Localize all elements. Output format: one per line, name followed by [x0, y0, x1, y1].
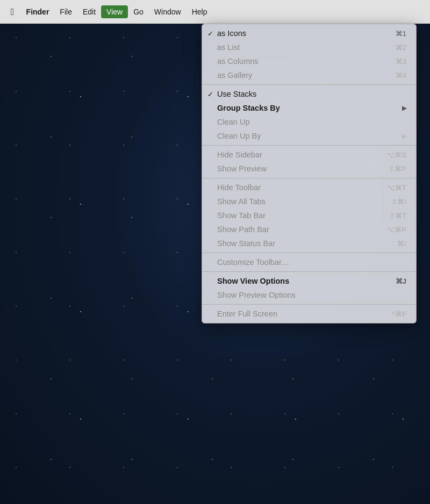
group-stacks-label: Group Stacks By	[217, 104, 280, 112]
show-tab-bar-label: Show Tab Bar	[217, 211, 266, 220]
hide-sidebar-label: Hide Sidebar	[217, 150, 262, 159]
menu-item-customize-toolbar[interactable]: Customize Toolbar…	[202, 255, 416, 269]
menu-item-group-stacks[interactable]: Group Stacks By ▶	[202, 101, 416, 115]
menubar-go[interactable]: Go	[128, 5, 149, 18]
separator-4	[202, 253, 416, 253]
submenu-arrow-icon: ▶	[402, 105, 406, 112]
show-status-bar-label: Show Status Bar	[217, 239, 275, 248]
show-path-bar-shortcut: ⌥⌘P	[386, 226, 406, 234]
clean-up-by-label: Clean Up By	[217, 132, 261, 140]
view-dropdown-menu: ✓ as Icons ⌘1 as List ⌘2 as Columns ⌘3 a…	[202, 24, 417, 323]
show-all-tabs-label: Show All Tabs	[217, 197, 266, 206]
menu-item-show-preview-options[interactable]: Show Preview Options	[202, 288, 416, 302]
apple-menu[interactable]: 	[4, 4, 21, 20]
menubar-help[interactable]: Help	[187, 5, 213, 18]
use-stacks-label: Use Stacks	[217, 90, 256, 98]
menubar-file[interactable]: File	[54, 5, 77, 18]
enter-full-screen-label: Enter Full Screen	[217, 309, 277, 318]
separator-5	[202, 271, 416, 272]
menu-item-show-view-options[interactable]: Show View Options ⌘J	[202, 274, 416, 288]
show-path-bar-label: Show Path Bar	[217, 225, 269, 234]
as-list-shortcut: ⌘2	[396, 44, 406, 52]
menubar:  Finder File Edit View Go Window Help	[0, 0, 430, 24]
menu-item-show-status-bar[interactable]: Show Status Bar ⌘/	[202, 236, 416, 250]
hide-toolbar-label: Hide Toolbar	[217, 183, 261, 192]
as-gallery-label: as Gallery	[217, 71, 252, 80]
hide-sidebar-shortcut: ⌥⌘S	[386, 151, 406, 159]
menu-item-use-stacks[interactable]: ✓ Use Stacks	[202, 87, 416, 101]
show-view-options-label: Show View Options	[217, 277, 289, 285]
menu-item-clean-up[interactable]: Clean Up	[202, 115, 416, 129]
clean-up-label: Clean Up	[217, 118, 249, 126]
separator-3	[202, 178, 416, 178]
menu-item-as-list[interactable]: as List ⌘2	[202, 40, 416, 54]
show-all-tabs-shortcut: ⇧⌘\	[391, 198, 406, 206]
menu-item-as-columns[interactable]: as Columns ⌘3	[202, 54, 416, 68]
clean-up-by-arrow-icon: ▶	[402, 133, 406, 140]
menubar-finder[interactable]: Finder	[21, 5, 55, 18]
menubar-edit[interactable]: Edit	[77, 5, 101, 18]
menu-item-show-preview[interactable]: Show Preview ⇧⌘P	[202, 162, 416, 176]
show-tab-bar-shortcut: ⇧⌘T	[389, 212, 406, 220]
as-icons-shortcut: ⌘1	[396, 30, 406, 38]
show-view-options-shortcut: ⌘J	[396, 277, 406, 285]
enter-full-screen-shortcut: ^⌘F	[392, 310, 406, 318]
check-icon: ✓	[207, 30, 213, 38]
as-gallery-shortcut: ⌘4	[396, 71, 406, 80]
as-list-label: as List	[217, 43, 240, 52]
show-status-bar-shortcut: ⌘/	[397, 240, 406, 248]
as-icons-label: as Icons	[217, 29, 246, 38]
menu-item-enter-full-screen[interactable]: Enter Full Screen ^⌘F	[202, 307, 416, 321]
separator-2	[202, 145, 416, 146]
as-columns-shortcut: ⌘3	[396, 57, 406, 66]
show-preview-options-label: Show Preview Options	[217, 291, 296, 299]
menu-item-as-gallery[interactable]: as Gallery ⌘4	[202, 68, 416, 82]
hide-toolbar-shortcut: ⌥⌘T	[387, 184, 406, 192]
menu-item-show-all-tabs[interactable]: Show All Tabs ⇧⌘\	[202, 195, 416, 208]
as-columns-label: as Columns	[217, 57, 259, 66]
separator-1	[202, 84, 416, 85]
menu-item-show-path-bar[interactable]: Show Path Bar ⌥⌘P	[202, 222, 416, 236]
menubar-window[interactable]: Window	[149, 5, 187, 18]
separator-6	[202, 304, 416, 305]
customize-toolbar-label: Customize Toolbar…	[217, 258, 289, 267]
use-stacks-check-icon: ✓	[207, 90, 213, 98]
show-preview-shortcut: ⇧⌘P	[389, 165, 406, 173]
menu-item-show-tab-bar[interactable]: Show Tab Bar ⇧⌘T	[202, 208, 416, 222]
show-preview-label-text: Show Preview	[217, 164, 267, 173]
menu-item-hide-toolbar[interactable]: Hide Toolbar ⌥⌘T	[202, 181, 416, 195]
menu-item-clean-up-by[interactable]: Clean Up By ▶	[202, 129, 416, 143]
menubar-view[interactable]: View	[101, 5, 128, 18]
menu-item-hide-sidebar[interactable]: Hide Sidebar ⌥⌘S	[202, 148, 416, 162]
menu-item-as-icons[interactable]: ✓ as Icons ⌘1	[202, 26, 416, 40]
